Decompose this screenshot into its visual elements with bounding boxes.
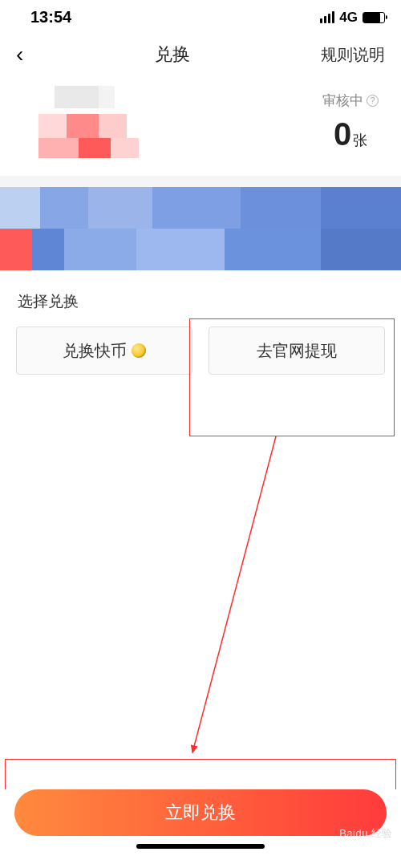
status-right: 4G: [320, 10, 385, 26]
home-indicator: [136, 844, 265, 849]
exchange-now-label: 立即兑换: [165, 801, 236, 825]
coin-icon: [132, 343, 146, 358]
withdraw-label: 去官网提现: [257, 340, 337, 362]
rules-link[interactable]: 规则说明: [321, 44, 385, 66]
exchange-coin-button[interactable]: 兑换快币: [16, 327, 192, 375]
balance-amount: 0张: [322, 116, 379, 152]
network-label: 4G: [339, 10, 358, 26]
help-icon[interactable]: ?: [367, 95, 379, 107]
battery-icon: [363, 12, 385, 23]
exchange-now-button[interactable]: 立即兑换: [14, 789, 387, 836]
page-title: 兑换: [155, 43, 190, 67]
status-time: 13:54: [30, 8, 71, 26]
account-card: 审核中 ? 0张: [0, 79, 401, 176]
avatar-placeholder: [22, 86, 151, 158]
back-button[interactable]: ‹: [16, 43, 23, 66]
promo-banner[interactable]: [0, 187, 401, 270]
exchange-section-title: 选择兑换: [0, 270, 401, 322]
balance-block: 审核中 ? 0张: [322, 91, 379, 152]
balance-unit: 张: [353, 132, 367, 148]
withdraw-button[interactable]: 去官网提现: [209, 327, 385, 375]
exchange-options: 兑换快币 去官网提现: [0, 322, 401, 383]
signal-icon: [320, 11, 334, 23]
exchange-coin-label: 兑换快币: [63, 340, 127, 362]
balance-count: 0: [334, 116, 351, 152]
status-bar: 13:54 4G: [0, 0, 401, 31]
section-divider: [0, 176, 401, 187]
banner-placeholder: [0, 187, 401, 270]
svg-line-0: [192, 436, 276, 752]
nav-bar: ‹ 兑换 规则说明: [0, 31, 401, 79]
pending-label: 审核中: [322, 91, 363, 110]
pending-row[interactable]: 审核中 ?: [322, 91, 379, 110]
watermark: Baidu 经验: [339, 826, 393, 841]
